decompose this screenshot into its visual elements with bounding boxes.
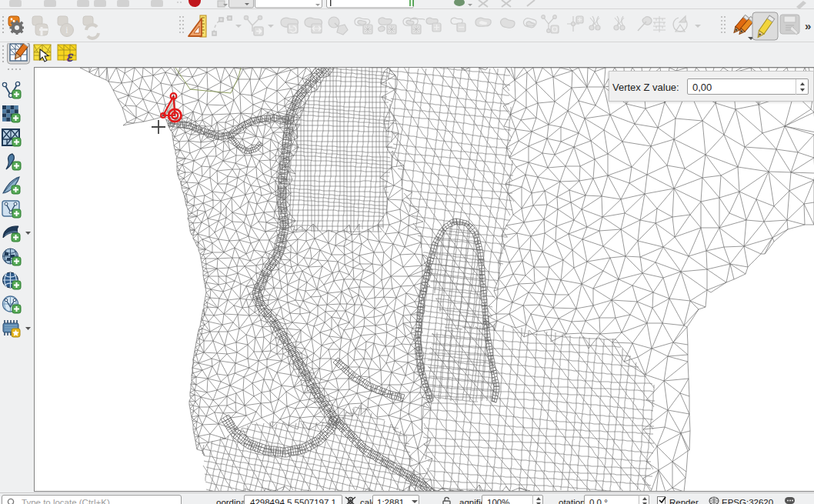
svg-text:ε: ε	[67, 48, 73, 65]
svg-text:»: »	[805, 19, 811, 32]
